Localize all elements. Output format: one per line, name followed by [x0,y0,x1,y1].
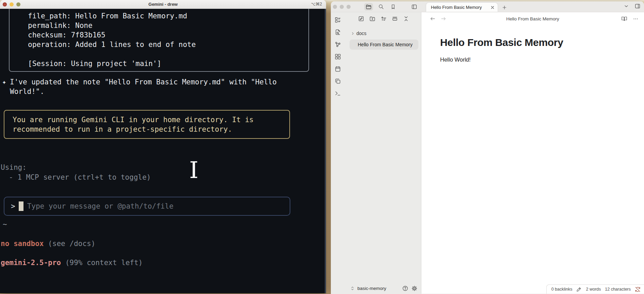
toggle-left-sidebar-button[interactable] [410,3,419,11]
search-tab-button[interactable] [376,3,385,11]
prompt-input[interactable]: > Type your message or @path/to/file [4,197,290,216]
assistant-message-line: I've updated the note "Hello From Basic … [10,77,292,87]
book-icon[interactable] [621,16,627,22]
tab-strip: Hello From Basic Memory [421,1,644,12]
vault-bar: basic-memory [331,283,421,294]
tool-output-line: checksum: 7f83b165 [28,30,308,40]
obsidian-tab-bar: Hello From Basic Memory [331,1,644,12]
close-window-button[interactable] [3,2,7,6]
tool-result-box: file_path: Hello From Basic Memory.md pe… [9,9,309,72]
ribbon [331,12,344,294]
file-explorer-toolbar [344,12,421,25]
note-body[interactable]: Hello World! [440,56,630,63]
tree-file-label: Hello From Basic Memory [358,42,413,47]
help-icon[interactable] [402,285,408,292]
sandbox-status: no sandbox [1,240,44,248]
close-window-button[interactable] [333,5,337,9]
panel-right-icon[interactable] [634,3,641,9]
cwd-indicator: ~ [3,219,7,229]
vault-name[interactable]: basic-memory [357,286,399,291]
new-folder-icon[interactable] [369,16,375,22]
vault-switcher-icon[interactable] [350,286,355,291]
prompt-symbol: > [11,201,15,211]
editor-header: Hello From Basic Memory [421,12,644,25]
terminal-titlebar[interactable]: Gemini - drew ⌥⌘2 [0,0,326,9]
word-count[interactable]: 2 words [586,287,601,292]
layout-list-icon[interactable] [334,16,342,24]
pencil-icon[interactable] [576,287,582,292]
character-count[interactable]: 12 characters [605,287,631,292]
tool-output-line: permalink: None [28,21,308,30]
terminal-tab-shortcut: ⌥⌘2 [311,2,322,6]
file-search-icon[interactable] [334,28,342,36]
sparkle-icon: ✦ [2,77,6,87]
obsidian-content: docs Hello From Basic Memory basic-memor… [331,12,644,294]
sandbox-hint: (see /docs) [48,240,95,248]
minimize-window-button[interactable] [10,2,14,6]
new-tab-button[interactable] [502,5,507,10]
model-status-line: gemini-2.5-pro (99% context left) [1,258,143,267]
tab-hello-from-basic-memory[interactable]: Hello From Basic Memory [426,3,498,12]
search-icon [378,4,384,10]
sandbox-status-line: no sandbox (see /docs) [1,239,95,248]
minimize-window-button[interactable] [340,5,344,9]
forward-arrow-icon[interactable] [440,16,447,22]
tool-output-line: operation: Added 1 lines to end of note [28,40,308,49]
warning-line: You are running Gemini CLI in your home … [13,115,289,125]
status-bar: 0 backlinks 2 words 12 characters [546,284,644,294]
file-tree: docs Hello From Basic Memory [344,25,421,50]
obsidian-traffic-lights [333,5,351,9]
terminal-body[interactable]: file_path: Hello From Basic Memory.md pe… [0,9,326,293]
home-directory-warning-box: You are running Gemini CLI in your home … [4,110,290,139]
tool-output-line [28,49,308,59]
gear-icon[interactable] [411,285,418,292]
more-icon[interactable] [633,16,639,22]
terminal-window-title: Gemini - drew [148,2,178,7]
model-name: gemini-2.5-pro [1,259,61,267]
bookmarks-tab-button[interactable] [389,3,398,11]
zoom-window-button[interactable] [16,2,20,6]
zoom-window-button[interactable] [347,5,351,9]
files-tab-button[interactable] [364,3,373,11]
obsidian-titlebar-left [331,1,421,12]
note-heading[interactable]: Hello From Basic Memory [440,37,630,48]
using-label: Using: [1,163,27,172]
sort-icon[interactable] [381,16,387,22]
tree-file-hello-from-basic-memory[interactable]: Hello From Basic Memory [350,39,418,50]
session-info-line: [Session: Using project 'main'] [28,59,308,68]
text-cursor-block [19,201,23,211]
note-content[interactable]: Hello From Basic Memory Hello World! [421,25,644,63]
graph-icon[interactable] [334,40,342,48]
assistant-message-line: World!". [10,87,292,96]
ibeam-cursor: I [189,159,198,182]
backlinks-count[interactable]: 0 backlinks [551,287,573,292]
folder-icon [366,4,372,10]
sync-off-icon[interactable] [635,287,641,292]
close-icon[interactable] [490,5,495,10]
new-note-icon[interactable] [358,16,364,22]
calendar-icon[interactable] [334,65,342,73]
layout-grid-icon[interactable] [334,52,342,61]
tree-folder-docs[interactable]: docs [344,29,421,37]
traffic-lights [3,2,20,6]
tool-output-line: file_path: Hello From Basic Memory.md [28,11,308,21]
prompt-placeholder: Type your message or @path/to/file [27,201,174,211]
context-left: (99% context left) [65,259,143,267]
back-arrow-icon[interactable] [430,16,436,22]
collapse-icon[interactable] [403,16,409,22]
chevron-right-icon [351,31,355,36]
warning-line: recommended to run in a project-specific… [13,125,289,134]
copy-icon[interactable] [334,77,342,85]
stacked-panel-icon[interactable] [392,16,398,22]
terminal-icon[interactable] [334,89,342,97]
panel-left-icon [411,4,417,10]
tab-title: Hello From Basic Memory [431,5,490,10]
editor-header-title: Hello From Basic Memory [421,16,644,21]
terminal-window: Gemini - drew ⌥⌘2 file_path: Hello From … [0,0,326,293]
plus-icon [502,5,507,10]
bookmark-icon [390,4,396,10]
chevron-down-icon[interactable] [624,3,629,9]
tree-folder-label: docs [356,31,367,36]
obsidian-window: Hello From Basic Memory [331,1,644,294]
file-explorer: docs Hello From Basic Memory [344,12,421,294]
